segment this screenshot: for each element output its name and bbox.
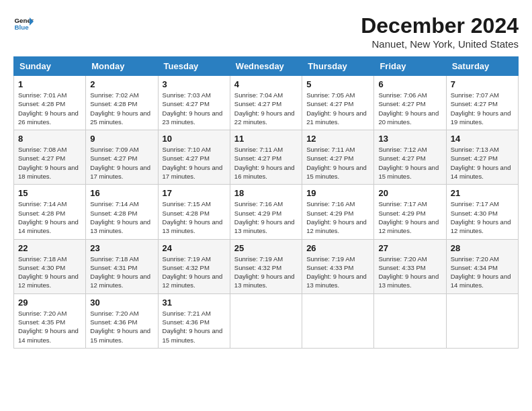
header-monday: Monday <box>86 57 158 76</box>
day-info: Sunrise: 7:04 AMSunset: 4:27 PMDaylight:… <box>234 91 298 126</box>
day-number: 27 <box>378 243 441 253</box>
day-info: Sunrise: 7:21 AMSunset: 4:36 PMDaylight:… <box>163 309 226 345</box>
day-info: Sunrise: 7:18 AMSunset: 4:31 PMDaylight:… <box>90 255 153 290</box>
table-row: 25Sunrise: 7:19 AMSunset: 4:32 PMDayligh… <box>230 239 302 293</box>
table-row: 18Sunrise: 7:16 AMSunset: 4:29 PMDayligh… <box>230 185 302 239</box>
day-info: Sunrise: 7:20 AMSunset: 4:36 PMDaylight:… <box>90 309 153 345</box>
table-row: 11Sunrise: 7:11 AMSunset: 4:27 PMDayligh… <box>230 130 302 185</box>
header-saturday: Saturday <box>446 57 518 76</box>
table-row: 12Sunrise: 7:11 AMSunset: 4:27 PMDayligh… <box>302 130 374 185</box>
day-info: Sunrise: 7:08 AMSunset: 4:27 PMDaylight:… <box>18 145 81 181</box>
day-number: 9 <box>90 134 153 144</box>
table-row: 7Sunrise: 7:07 AMSunset: 4:27 PMDaylight… <box>446 76 518 130</box>
day-info: Sunrise: 7:11 AMSunset: 4:27 PMDaylight:… <box>306 145 369 181</box>
calendar-header-row: Sunday Monday Tuesday Wednesday Thursday… <box>14 57 519 76</box>
day-number: 11 <box>234 134 298 144</box>
day-number: 19 <box>306 188 369 198</box>
calendar-table: Sunday Monday Tuesday Wednesday Thursday… <box>13 56 519 349</box>
day-number: 2 <box>90 79 153 89</box>
calendar-week-row: 29Sunrise: 7:20 AMSunset: 4:35 PMDayligh… <box>14 293 519 348</box>
day-info: Sunrise: 7:19 AMSunset: 4:32 PMDaylight:… <box>163 255 226 290</box>
logo-icon: General Blue <box>13 13 34 34</box>
day-info: Sunrise: 7:03 AMSunset: 4:27 PMDaylight:… <box>163 91 226 126</box>
day-info: Sunrise: 7:14 AMSunset: 4:28 PMDaylight:… <box>90 199 153 235</box>
day-info: Sunrise: 7:05 AMSunset: 4:27 PMDaylight:… <box>306 91 369 126</box>
day-number: 16 <box>90 188 153 198</box>
table-row: 27Sunrise: 7:20 AMSunset: 4:33 PMDayligh… <box>374 239 446 293</box>
day-info: Sunrise: 7:15 AMSunset: 4:28 PMDaylight:… <box>163 199 226 235</box>
day-info: Sunrise: 7:18 AMSunset: 4:30 PMDaylight:… <box>18 255 81 290</box>
table-row: 19Sunrise: 7:16 AMSunset: 4:29 PMDayligh… <box>302 185 374 239</box>
table-row: 31Sunrise: 7:21 AMSunset: 4:36 PMDayligh… <box>158 293 230 348</box>
day-number: 22 <box>18 243 81 253</box>
location-title: Nanuet, New York, United States <box>361 38 519 50</box>
table-row: 3Sunrise: 7:03 AMSunset: 4:27 PMDaylight… <box>158 76 230 130</box>
header-friday: Friday <box>374 57 446 76</box>
day-number: 24 <box>163 243 226 253</box>
logo: General Blue <box>13 13 36 34</box>
table-row: 6Sunrise: 7:06 AMSunset: 4:27 PMDaylight… <box>374 76 446 130</box>
day-number: 17 <box>163 188 226 198</box>
day-info: Sunrise: 7:14 AMSunset: 4:28 PMDaylight:… <box>18 199 81 235</box>
table-row: 30Sunrise: 7:20 AMSunset: 4:36 PMDayligh… <box>86 293 158 348</box>
day-number: 4 <box>234 79 298 89</box>
day-info: Sunrise: 7:17 AMSunset: 4:30 PMDaylight:… <box>451 199 514 235</box>
table-row: 16Sunrise: 7:14 AMSunset: 4:28 PMDayligh… <box>86 185 158 239</box>
table-row: 2Sunrise: 7:02 AMSunset: 4:28 PMDaylight… <box>86 76 158 130</box>
day-info: Sunrise: 7:19 AMSunset: 4:33 PMDaylight:… <box>306 255 369 290</box>
day-number: 20 <box>378 188 441 198</box>
day-number: 6 <box>378 79 441 89</box>
table-row: 14Sunrise: 7:13 AMSunset: 4:27 PMDayligh… <box>446 130 518 185</box>
table-row: 4Sunrise: 7:04 AMSunset: 4:27 PMDaylight… <box>230 76 302 130</box>
table-row: 17Sunrise: 7:15 AMSunset: 4:28 PMDayligh… <box>158 185 230 239</box>
table-row: 10Sunrise: 7:10 AMSunset: 4:27 PMDayligh… <box>158 130 230 185</box>
day-number: 7 <box>451 79 514 89</box>
day-number: 23 <box>90 243 153 253</box>
day-number: 15 <box>18 188 81 198</box>
header-tuesday: Tuesday <box>158 57 230 76</box>
day-number: 5 <box>306 79 369 89</box>
svg-text:Blue: Blue <box>15 24 30 31</box>
table-row: 26Sunrise: 7:19 AMSunset: 4:33 PMDayligh… <box>302 239 374 293</box>
header-wednesday: Wednesday <box>230 57 302 76</box>
header-thursday: Thursday <box>302 57 374 76</box>
day-info: Sunrise: 7:07 AMSunset: 4:27 PMDaylight:… <box>451 91 514 126</box>
day-number: 12 <box>306 134 369 144</box>
table-row: 5Sunrise: 7:05 AMSunset: 4:27 PMDaylight… <box>302 76 374 130</box>
calendar-week-row: 22Sunrise: 7:18 AMSunset: 4:30 PMDayligh… <box>14 239 519 293</box>
day-info: Sunrise: 7:19 AMSunset: 4:32 PMDaylight:… <box>234 255 298 290</box>
day-number: 8 <box>18 134 81 144</box>
day-info: Sunrise: 7:20 AMSunset: 4:33 PMDaylight:… <box>378 255 441 290</box>
day-info: Sunrise: 7:16 AMSunset: 4:29 PMDaylight:… <box>234 199 298 235</box>
table-row: 29Sunrise: 7:20 AMSunset: 4:35 PMDayligh… <box>14 293 86 348</box>
table-row: 23Sunrise: 7:18 AMSunset: 4:31 PMDayligh… <box>86 239 158 293</box>
day-number: 10 <box>163 134 226 144</box>
header-sunday: Sunday <box>14 57 86 76</box>
day-number: 28 <box>451 243 514 253</box>
day-info: Sunrise: 7:20 AMSunset: 4:35 PMDaylight:… <box>18 309 81 345</box>
day-number: 14 <box>451 134 514 144</box>
table-row: 8Sunrise: 7:08 AMSunset: 4:27 PMDaylight… <box>14 130 86 185</box>
table-row: 13Sunrise: 7:12 AMSunset: 4:27 PMDayligh… <box>374 130 446 185</box>
table-row: 24Sunrise: 7:19 AMSunset: 4:32 PMDayligh… <box>158 239 230 293</box>
day-number: 18 <box>234 188 298 198</box>
calendar-week-row: 1Sunrise: 7:01 AMSunset: 4:28 PMDaylight… <box>14 76 519 130</box>
day-number: 31 <box>163 298 226 308</box>
table-row: 1Sunrise: 7:01 AMSunset: 4:28 PMDaylight… <box>14 76 86 130</box>
title-area: December 2024 Nanuet, New York, United S… <box>361 13 519 50</box>
calendar-week-row: 15Sunrise: 7:14 AMSunset: 4:28 PMDayligh… <box>14 185 519 239</box>
day-number: 21 <box>451 188 514 198</box>
day-number: 30 <box>90 298 153 308</box>
table-row <box>374 293 446 348</box>
day-number: 26 <box>306 243 369 253</box>
day-info: Sunrise: 7:12 AMSunset: 4:27 PMDaylight:… <box>378 145 441 181</box>
day-info: Sunrise: 7:09 AMSunset: 4:27 PMDaylight:… <box>90 145 153 181</box>
table-row: 28Sunrise: 7:20 AMSunset: 4:34 PMDayligh… <box>446 239 518 293</box>
day-info: Sunrise: 7:06 AMSunset: 4:27 PMDaylight:… <box>378 91 441 126</box>
day-info: Sunrise: 7:02 AMSunset: 4:28 PMDaylight:… <box>90 91 153 126</box>
day-number: 3 <box>163 79 226 89</box>
table-row: 20Sunrise: 7:17 AMSunset: 4:29 PMDayligh… <box>374 185 446 239</box>
page-header: General Blue December 2024 Nanuet, New Y… <box>13 13 519 50</box>
day-info: Sunrise: 7:16 AMSunset: 4:29 PMDaylight:… <box>306 199 369 235</box>
table-row <box>302 293 374 348</box>
